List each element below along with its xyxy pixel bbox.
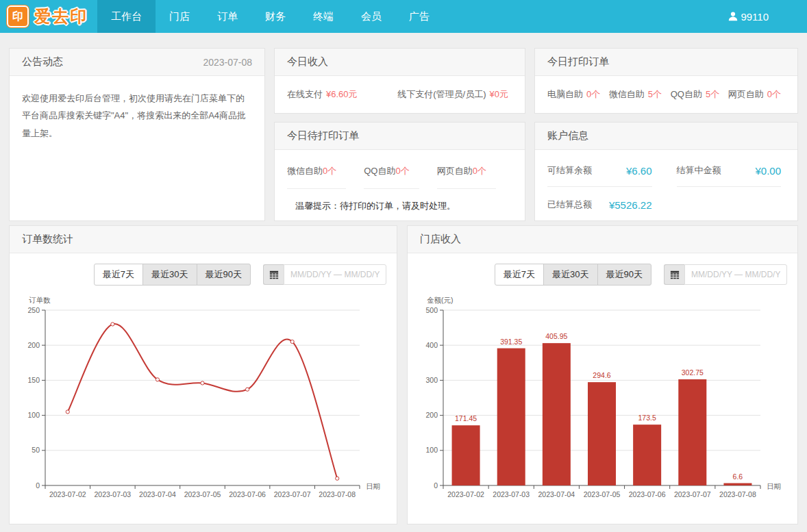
calendar-icon bbox=[670, 270, 680, 279]
today-print-orders-panel: 今日打印订单 电脑自助0个 微信自助5个 QQ自助5个 网页自助0个 bbox=[534, 48, 798, 114]
calendar-icon bbox=[269, 270, 279, 279]
stat-value: 0个 bbox=[323, 166, 336, 176]
announcement-title: 公告动态 bbox=[22, 55, 63, 68]
account-label: 结算中金额 bbox=[677, 164, 721, 177]
stat-value: 0个 bbox=[767, 89, 781, 99]
svg-text:250: 250 bbox=[27, 306, 40, 314]
svg-text:2023-07-06: 2023-07-06 bbox=[229, 490, 266, 498]
nav-item-finance[interactable]: 财务 bbox=[251, 0, 299, 33]
svg-text:391.35: 391.35 bbox=[500, 338, 522, 346]
pending-tip: 温馨提示：待打印的订单，请及时处理。 bbox=[287, 200, 508, 212]
account-label: 可结算余额 bbox=[547, 164, 592, 177]
svg-text:405.95: 405.95 bbox=[545, 332, 567, 340]
stat-label: 微信自助 bbox=[287, 166, 323, 176]
svg-text:日期: 日期 bbox=[767, 482, 781, 490]
pending-orders-title: 今日待打印订单 bbox=[287, 129, 359, 142]
svg-text:294.6: 294.6 bbox=[593, 371, 610, 379]
account-settling-amount: 结算中金额 ¥0.00 bbox=[677, 153, 782, 187]
order-count-header: 订单数统计 bbox=[10, 226, 397, 253]
stat-value: 0个 bbox=[473, 166, 486, 176]
top-navbar: 印 爱去印 工作台 门店 订单 财务 终端 会员 广告 99110 bbox=[0, 0, 807, 33]
pending-web: 网页自助0个 bbox=[437, 160, 496, 189]
today-income-header: 今日收入 bbox=[275, 49, 525, 76]
svg-text:订单数: 订单数 bbox=[29, 296, 51, 304]
today-print-orders-title: 今日打印订单 bbox=[547, 55, 609, 68]
store-income-bar-chart: 01002003004005002023-07-022023-07-032023… bbox=[412, 291, 793, 517]
account-settleable-balance: 可结算余额 ¥6.60 bbox=[547, 153, 652, 187]
svg-text:2023-07-08: 2023-07-08 bbox=[319, 490, 356, 498]
stat-pc-selfservice: 电脑自助0个 bbox=[547, 88, 600, 101]
range-90d-button[interactable]: 最近90天 bbox=[597, 264, 651, 286]
stat-label: QQ自助 bbox=[671, 89, 702, 99]
account-value: ¥0.00 bbox=[755, 165, 781, 177]
main-nav: 工作台 门店 订单 财务 终端 会员 广告 bbox=[97, 0, 443, 33]
account-label: 已结算总额 bbox=[547, 199, 592, 211]
stat-online-pay: 在线支付¥6.60元 bbox=[287, 88, 358, 101]
range-7d-button[interactable]: 最近7天 bbox=[495, 264, 544, 286]
nav-item-ads[interactable]: 广告 bbox=[395, 0, 443, 33]
svg-text:2023-07-03: 2023-07-03 bbox=[94, 490, 131, 498]
announcement-date: 2023-07-08 bbox=[203, 57, 252, 68]
today-income-panel: 今日收入 在线支付¥6.60元 线下支付(管理员/员工)¥0元 bbox=[274, 48, 525, 114]
svg-text:0: 0 bbox=[434, 481, 438, 490]
range-30d-button[interactable]: 最近30天 bbox=[543, 264, 597, 286]
date-range-input[interactable] bbox=[284, 264, 386, 285]
nav-item-terminal[interactable]: 终端 bbox=[299, 0, 347, 33]
nav-item-workbench[interactable]: 工作台 bbox=[97, 0, 156, 33]
store-income-toolbar: 最近7天 最近30天 最近90天 bbox=[408, 253, 797, 286]
stat-value: ¥0元 bbox=[490, 89, 508, 99]
announcement-panel: 公告动态 2023-07-08 欢迎使用爱去印后台管理，初次使用请先在门店菜单下… bbox=[9, 48, 265, 221]
range-7d-button[interactable]: 最近7天 bbox=[94, 264, 143, 286]
svg-text:2023-07-07: 2023-07-07 bbox=[274, 490, 311, 498]
pending-qq: QQ自助0个 bbox=[364, 160, 419, 189]
app-logo[interactable]: 印 爱去印 bbox=[0, 5, 97, 27]
stat-label: QQ自助 bbox=[364, 166, 395, 176]
announcement-header: 公告动态 2023-07-08 bbox=[10, 49, 264, 76]
today-print-orders-header: 今日打印订单 bbox=[535, 49, 797, 76]
svg-text:400: 400 bbox=[425, 341, 438, 349]
stat-value: 5个 bbox=[648, 89, 662, 99]
account-settled-total: 已结算总额 ¥5526.22 bbox=[547, 187, 652, 220]
stat-web-selfservice: 网页自助0个 bbox=[728, 88, 781, 101]
account-info-panel: 账户信息 可结算余额 ¥6.60 结算中金额 ¥0.00 已结算总额 bbox=[534, 122, 798, 221]
svg-text:2023-07-07: 2023-07-07 bbox=[674, 490, 711, 498]
app-title: 爱去印 bbox=[34, 5, 88, 27]
svg-text:100: 100 bbox=[425, 446, 438, 454]
store-income-title: 门店收入 bbox=[420, 233, 461, 246]
today-income-title: 今日收入 bbox=[287, 55, 328, 68]
stat-value: 5个 bbox=[706, 89, 719, 99]
account-empty-cell bbox=[677, 187, 782, 220]
stat-label: 电脑自助 bbox=[547, 89, 583, 99]
nav-item-member[interactable]: 会员 bbox=[347, 0, 395, 33]
svg-text:500: 500 bbox=[425, 306, 438, 314]
svg-text:300: 300 bbox=[425, 376, 438, 384]
calendar-button[interactable] bbox=[263, 264, 284, 285]
account-info-title: 账户信息 bbox=[547, 129, 588, 142]
user-menu[interactable]: 99110 bbox=[728, 11, 769, 23]
calendar-button[interactable] bbox=[664, 264, 684, 285]
svg-text:2023-07-03: 2023-07-03 bbox=[493, 490, 530, 498]
order-count-toolbar: 最近7天 最近30天 最近90天 bbox=[10, 253, 397, 286]
nav-item-store[interactable]: 门店 bbox=[156, 0, 203, 33]
range-30d-button[interactable]: 最近30天 bbox=[142, 264, 197, 286]
range-90d-button[interactable]: 最近90天 bbox=[197, 264, 251, 286]
svg-text:2023-07-02: 2023-07-02 bbox=[447, 490, 484, 498]
announcement-body: 欢迎使用爱去印后台管理，初次使用请先在门店菜单下的平台商品库搜索关键字"A4"，… bbox=[10, 76, 264, 155]
svg-text:173.5: 173.5 bbox=[638, 414, 656, 422]
stat-label: 网页自助 bbox=[728, 89, 764, 99]
order-count-panel: 订单数统计 最近7天 最近30天 最近90天 05010015020025020… bbox=[9, 225, 397, 524]
user-id: 99110 bbox=[741, 11, 769, 23]
pending-orders-header: 今日待打印订单 bbox=[275, 123, 525, 150]
svg-text:2023-07-02: 2023-07-02 bbox=[49, 490, 86, 498]
svg-text:日期: 日期 bbox=[366, 482, 380, 490]
svg-text:302.75: 302.75 bbox=[682, 368, 704, 377]
svg-text:200: 200 bbox=[425, 411, 438, 419]
svg-text:150: 150 bbox=[27, 376, 40, 384]
stat-value: 0个 bbox=[395, 166, 409, 176]
nav-item-order[interactable]: 订单 bbox=[203, 0, 251, 33]
svg-text:2023-07-08: 2023-07-08 bbox=[719, 490, 756, 498]
stat-wechat-selfservice: 微信自助5个 bbox=[609, 88, 662, 101]
svg-text:2023-07-05: 2023-07-05 bbox=[184, 490, 221, 498]
svg-text:0: 0 bbox=[36, 481, 40, 490]
date-range-input[interactable] bbox=[684, 264, 787, 285]
